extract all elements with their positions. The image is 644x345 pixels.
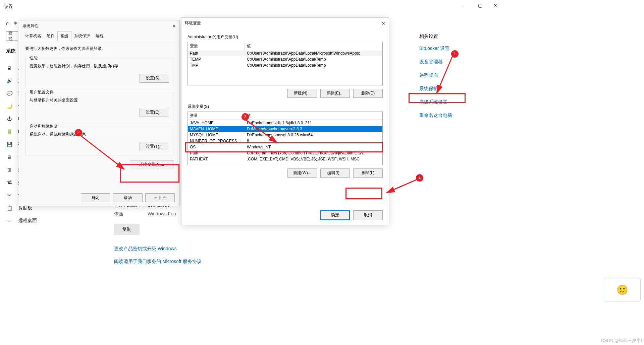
env-var-row[interactable]: MAVEN_HOMED:\Maven\apache-maven-3.8.3 (188, 126, 382, 132)
nav-icon: ⏻ (7, 116, 12, 122)
search-input[interactable]: 查找 (6, 31, 18, 41)
var-value: C:\Users\Administrator\AppData\Local\Tem… (245, 57, 382, 62)
tab[interactable]: 硬件 (44, 31, 57, 41)
profile-settings-button[interactable]: 设置(E)... (140, 108, 169, 117)
env-var-row[interactable]: PATHEXT.COM;.EXE;.BAT;.CMD;.VBS;.VBE;.JS… (188, 156, 382, 162)
related-link[interactable]: 系统保护 (419, 86, 452, 92)
tab[interactable]: 计算机名 (22, 31, 44, 41)
close-button[interactable]: ✕ (488, 0, 503, 11)
perf-desc: 视觉效果，处理器计划，内存使用，以及虚拟内存 (30, 63, 169, 69)
close-icon[interactable]: ✕ (172, 23, 176, 29)
copy-button[interactable]: 复制 (114, 224, 140, 235)
titlebar: 设置 (0, 0, 503, 13)
system-delete-button[interactable]: 删除(L) (353, 168, 383, 178)
env-var-row[interactable]: TEMPC:\Users\Administrator\AppData\Local… (188, 56, 382, 62)
nav-icon: 🖥 (7, 154, 12, 160)
perf-title: 性能 (28, 55, 39, 61)
link-service-agreement[interactable]: 阅读适用于我们服务的 Microsoft 服务协议 (114, 255, 202, 268)
env-var-row[interactable]: MYSQL_HOMED:\Environment\mysql-8.0.26-wi… (188, 132, 382, 138)
profile-desc: 与登录帐户相关的桌面设置 (30, 97, 169, 103)
related-link[interactable]: 设备管理器 (419, 59, 452, 65)
col-variable[interactable]: 变量 (188, 112, 245, 120)
system-vars-table[interactable]: 变量值 JAVA_HOMED:\Environment\jdk-1.8\jdk1… (187, 112, 383, 165)
env-var-row[interactable]: PathC:\Users\Administrator\AppData\Local… (188, 50, 382, 56)
var-name: MYSQL_HOME (188, 132, 245, 138)
system-edit-button[interactable]: 编辑(I)... (320, 168, 350, 178)
user-delete-button[interactable]: 删除(D) (353, 89, 383, 98)
var-value: D:\Environment\jdk-1.8\jdk1.8.0_311 (245, 120, 382, 126)
admin-notice: 要进行大多数更改，你必须作为管理员登录。 (25, 46, 173, 52)
var-value: 8 (245, 138, 382, 144)
sysprops-apply-button[interactable]: 应用(A) (145, 193, 175, 202)
var-name: OS (188, 144, 245, 150)
nav-icon: 🔋 (7, 129, 12, 134)
system-properties-dialog: 系统属性 ✕ 计算机名硬件高级系统保护远程 要进行大多数更改，你必须作为管理员登… (19, 20, 180, 206)
user-edit-button[interactable]: 编辑(E)... (320, 89, 350, 98)
user-vars-label: Administrator 的用户变量(U) (187, 34, 383, 40)
window-title: 设置 (4, 4, 13, 10)
nav-icon: ›⌐ (7, 218, 12, 223)
tab[interactable]: 系统保护 (71, 31, 93, 41)
sysprops-ok-button[interactable]: 确定 (81, 193, 110, 202)
col-value[interactable]: 值 (245, 42, 382, 50)
mascot-widget[interactable]: 🙂 (604, 278, 641, 301)
startup-title: 启动和故障恢复 (28, 124, 59, 129)
related-link[interactable]: 重命名这台电脑 (419, 113, 452, 119)
home-icon: ⌂ (6, 20, 9, 27)
env-var-row[interactable]: TMPC:\Users\Administrator\AppData\Local\… (188, 62, 382, 68)
related-link[interactable]: 高级系统设置 (419, 99, 452, 105)
var-value: C:\Users\Administrator\AppData\Local\Mic… (245, 51, 382, 56)
perf-settings-button[interactable]: 设置(S)... (140, 74, 169, 83)
user-vars-table[interactable]: 变量值 PathC:\Users\Administrator\AppData\L… (187, 42, 383, 85)
tab[interactable]: 远程 (93, 31, 106, 41)
nav-icon: 💬 (7, 91, 12, 96)
env-var-row[interactable]: OSWindows_NT (188, 144, 382, 150)
var-value: C:\Program Files (x86)\Common Files\Orac… (245, 150, 382, 156)
startup-settings-button[interactable]: 设置(T)... (140, 142, 169, 151)
environment-variables-button[interactable]: 环境变量(N)... (130, 160, 173, 169)
performance-group: 性能 视觉效果，处理器计划，内存使用，以及虚拟内存 设置(S)... (25, 58, 173, 87)
nav-item[interactable]: ›⌐远程桌面 (6, 214, 107, 227)
close-icon[interactable]: ✕ (381, 21, 385, 26)
var-name: TMP (188, 63, 245, 68)
nav-icon: 🖥 (7, 65, 12, 71)
related-link[interactable]: BitLocker 设置 (419, 46, 452, 52)
env-var-row[interactable]: JAVA_HOMED:\Environment\jdk-1.8\jdk1.8.0… (188, 120, 382, 126)
env-var-row[interactable]: PathC:\Program Files (x86)\Common Files\… (188, 150, 382, 156)
tab[interactable]: 高级 (57, 31, 71, 41)
nav-icon: 💾 (7, 142, 12, 147)
var-name: MAVEN_HOME (188, 126, 245, 132)
envvars-ok-button[interactable]: 确定 (320, 210, 350, 220)
nav-icon: 📋 (7, 205, 12, 211)
experience-value: Windows Fea (148, 211, 176, 217)
nav-icon: 🔊 (7, 78, 12, 83)
related-link[interactable]: 远程桌面 (419, 72, 452, 78)
link-change-product-key[interactable]: 更改产品密钥或升级 Windows (114, 243, 202, 255)
user-new-button[interactable]: 新建(N)... (287, 89, 317, 98)
profile-title: 用户配置文件 (28, 89, 55, 95)
var-name: PATHEXT (188, 156, 245, 162)
var-name: Path (188, 51, 245, 56)
var-value: .COM;.EXE;.BAT;.CMD;.VBS;.VBE;.JS;.JSE;.… (245, 156, 382, 162)
var-value: C:\Users\Administrator\AppData\Local\Tem… (245, 63, 382, 68)
var-name: JAVA_HOME (188, 120, 245, 126)
minimize-button[interactable]: — (457, 0, 472, 11)
startup-desc: 系统启动、系统故障和调试信息 (30, 132, 169, 137)
nav-icon: 📽 (7, 180, 12, 185)
system-vars-label: 系统变量(S) (187, 104, 383, 110)
envvars-title: 环境变量 (185, 20, 201, 26)
maximize-button[interactable]: ▢ (472, 0, 488, 11)
envvars-cancel-button[interactable]: 取消 (353, 210, 383, 220)
titlebar-buttons: — ▢ ✕ (457, 0, 503, 11)
experience-label: 体验 (114, 211, 148, 217)
col-variable[interactable]: 变量 (188, 42, 245, 50)
var-value: Windows_NT (245, 144, 382, 150)
nav-label: 远程桌面 (18, 218, 37, 224)
env-var-row[interactable]: NUMBER_OF_PROCESSORS8 (188, 138, 382, 144)
system-new-button[interactable]: 新建(W)... (287, 168, 317, 178)
sysprops-cancel-button[interactable]: 取消 (113, 193, 143, 202)
sysprops-title: 系统属性 (22, 23, 39, 29)
var-name: NUMBER_OF_PROCESSORS (188, 138, 245, 144)
col-value[interactable]: 值 (245, 112, 382, 120)
startup-recovery-group: 启动和故障恢复 系统启动、系统故障和调试信息 设置(T)... (25, 126, 173, 155)
